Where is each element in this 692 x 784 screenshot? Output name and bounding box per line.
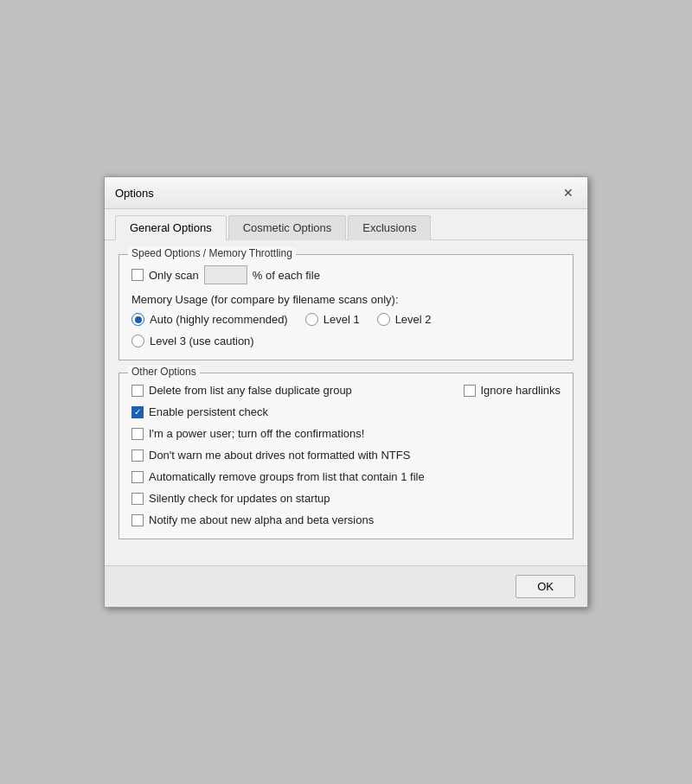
delete-false-container: Delete from list any false duplicate gro… [131,384,352,397]
auto-remove-row: Automatically remove groups from list th… [131,470,561,483]
power-user-checkbox[interactable] [131,428,144,440]
enable-persistent-row: Enable persistent check [131,405,561,418]
auto-remove-checkbox[interactable] [131,471,144,483]
power-user-label: I'm a power user; turn off the confirmat… [149,427,364,440]
only-scan-row: Only scan % of each file [131,265,561,284]
tab-general[interactable]: General Options [115,215,227,240]
tab-cosmetic[interactable]: Cosmetic Options [228,215,347,240]
memory-usage-label: Memory Usage (for compare by filename sc… [131,293,561,306]
tab-content: Speed Options / Memory Throttling Only s… [105,240,587,565]
radio-auto-container: Auto (highly recommended) [131,313,288,326]
delete-false-label: Delete from list any false duplicate gro… [149,384,352,397]
notify-alpha-label: Notify me about new alpha and beta versi… [149,513,374,526]
radio-auto-label: Auto (highly recommended) [150,313,288,326]
radio-level1-label: Level 1 [324,313,360,326]
silently-check-label: Silently check for updates on startup [149,492,330,505]
window-title: Options [115,187,154,200]
ignore-hardlinks-label: Ignore hardlinks [481,384,561,397]
options-window: Options ✕ General Options Cosmetic Optio… [104,176,588,608]
speed-options-group: Speed Options / Memory Throttling Only s… [119,254,573,360]
speed-group-title: Speed Options / Memory Throttling [128,247,296,259]
only-scan-checkbox[interactable] [131,269,144,281]
radio-auto[interactable] [131,313,144,326]
ok-button[interactable]: OK [516,575,575,598]
footer: OK [105,565,587,607]
dont-warn-label: Don't warn me about drives not formatted… [149,449,410,462]
dont-warn-checkbox[interactable] [131,449,144,462]
radio-level1-container: Level 1 [305,313,360,326]
ignore-hardlinks-container: Ignore hardlinks [464,384,561,397]
other-options-group: Other Options Delete from list any false… [119,373,573,539]
title-bar: Options ✕ [105,177,587,209]
radio-level3[interactable] [131,335,144,347]
ignore-hardlinks-checkbox[interactable] [464,385,476,397]
silently-check-checkbox[interactable] [131,493,144,505]
power-user-row: I'm a power user; turn off the confirmat… [131,427,561,440]
delete-false-row: Delete from list any false duplicate gro… [131,384,561,397]
radio-level3-label: Level 3 (use caution) [150,335,254,347]
auto-remove-label: Automatically remove groups from list th… [149,470,425,483]
notify-alpha-checkbox[interactable] [131,514,144,526]
radio-level2-label: Level 2 [395,313,432,326]
close-button[interactable]: ✕ [560,184,577,201]
notify-alpha-row: Notify me about new alpha and beta versi… [131,513,561,526]
radio-level3-row: Level 3 (use caution) [131,335,561,347]
enable-persistent-label: Enable persistent check [149,405,268,418]
tab-bar: General Options Cosmetic Options Exclusi… [105,209,587,240]
only-scan-label: Only scan [149,269,199,282]
of-each-file-label: % of each file [253,269,320,282]
other-group-title: Other Options [128,366,200,378]
radio-level1[interactable] [305,313,318,326]
dont-warn-row: Don't warn me about drives not formatted… [131,449,561,462]
enable-persistent-checkbox[interactable] [131,406,144,418]
radio-level2[interactable] [377,313,390,326]
radio-level2-container: Level 2 [377,313,432,326]
tab-exclusions[interactable]: Exclusions [348,215,431,240]
percent-input[interactable] [204,265,247,284]
delete-false-checkbox[interactable] [131,385,144,397]
silently-check-row: Silently check for updates on startup [131,492,561,505]
memory-radio-row1: Auto (highly recommended) Level 1 Level … [131,313,561,326]
